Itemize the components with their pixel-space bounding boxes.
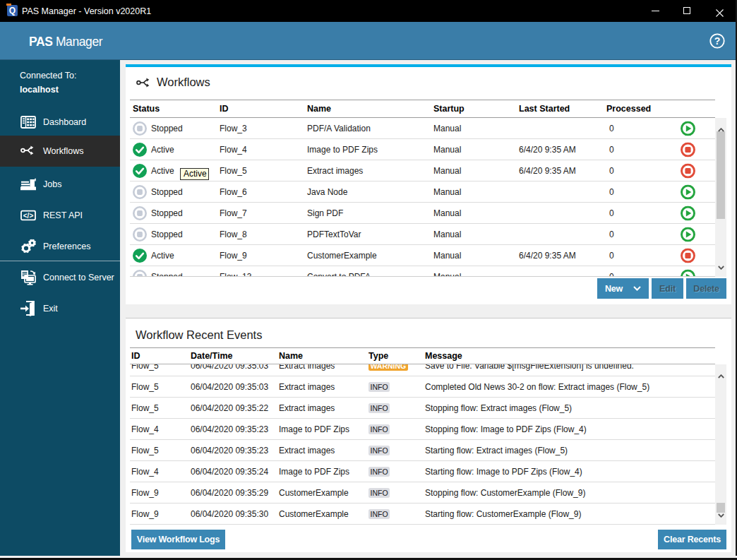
svg-text:?: ?	[714, 35, 721, 47]
svg-text:</>: </>	[23, 212, 34, 220]
